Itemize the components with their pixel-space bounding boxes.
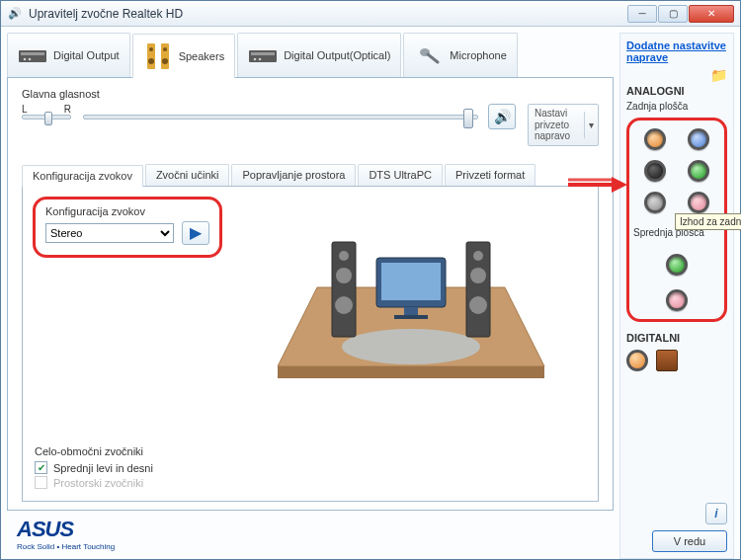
ok-label: V redu	[674, 535, 705, 547]
jack-side-out[interactable]	[644, 192, 666, 213]
jack-front-headphone[interactable]	[666, 254, 688, 276]
svg-point-8	[163, 47, 167, 51]
svg-point-24	[336, 268, 352, 283]
info-button[interactable]: i	[705, 503, 727, 524]
svg-rect-20	[404, 307, 418, 315]
jack-digital-coax[interactable]	[626, 350, 648, 371]
chevron-down-icon[interactable]: ▾	[584, 112, 598, 139]
connector-panel: Dodatne nastavitve naprave 📁 ANALOGNI Za…	[619, 33, 734, 559]
volume-slider[interactable]	[83, 115, 478, 120]
checkbox-label: Prostorski zvočniki	[53, 477, 143, 489]
tab-digital-output[interactable]: Digital Output	[7, 33, 130, 77]
ok-button[interactable]: V redu	[652, 530, 727, 552]
jack-rear-out[interactable]	[644, 160, 666, 182]
speaker-config-select[interactable]: Stereo	[45, 223, 174, 243]
tab-label: DTS UltraPC	[369, 169, 432, 181]
checkbox-checked-icon: ✔	[35, 461, 47, 474]
jack-front-out[interactable]	[688, 160, 709, 182]
tab-dts-ultrapc[interactable]: DTS UltraPC	[358, 164, 443, 186]
jack-mic-in[interactable]	[688, 192, 709, 213]
svg-rect-1	[21, 52, 44, 55]
tab-label: Digital Output(Optical)	[284, 49, 390, 61]
main-panel: Glavna glasnost LR 🔊 Nastavi privzeto na…	[7, 78, 614, 511]
svg-point-29	[469, 296, 487, 314]
tab-sound-effects[interactable]: Zvočni učinki	[145, 164, 230, 186]
checkbox-label: Sprednji levi in desni	[53, 462, 153, 474]
digital-title: DIGITALNI	[626, 332, 727, 344]
app-icon: 🔊	[7, 6, 23, 22]
jack-center-sub[interactable]	[644, 128, 666, 150]
tab-label: Konfiguracija zvokov	[33, 170, 132, 182]
asus-logo: ASUS	[17, 517, 115, 542]
svg-point-28	[470, 268, 486, 283]
set-default-device-button[interactable]: Nastavi privzeto napravo ▾	[528, 104, 599, 146]
svg-point-12	[254, 58, 257, 61]
svg-point-6	[149, 47, 153, 51]
svg-point-2	[24, 58, 27, 61]
close-button[interactable]: ✕	[689, 5, 734, 23]
tab-default-format[interactable]: Privzeti format	[445, 164, 535, 186]
tab-speakers[interactable]: Speakers	[132, 34, 235, 78]
tab-label: Privzeti format	[455, 169, 525, 181]
device-tabs: Digital Output Speakers Digital Output(O…	[7, 33, 614, 78]
tab-microphone[interactable]: Microphone	[403, 33, 517, 77]
svg-point-17	[342, 329, 480, 364]
svg-point-25	[335, 296, 353, 314]
svg-point-3	[29, 58, 32, 61]
jack-front-mic[interactable]	[666, 289, 688, 311]
svg-marker-31	[612, 177, 627, 193]
jack-digital-optical[interactable]	[656, 350, 678, 371]
config-panel: Konfiguracija zvokov Stereo ▶	[22, 187, 599, 503]
main-volume-label: Glavna glasnost	[22, 88, 599, 100]
back-panel-label: Zadnja plošča	[626, 101, 727, 112]
jack-line-in[interactable]	[688, 128, 709, 150]
annotation-arrow-icon	[566, 174, 627, 196]
balance-control: LR	[22, 104, 71, 120]
tab-label: Popravljanje prostora	[242, 169, 345, 181]
mute-button[interactable]: 🔊	[488, 104, 516, 129]
speaker-layout-illustration	[230, 193, 592, 423]
fullrange-front-checkbox[interactable]: ✔ Sprednji levi in desni	[35, 461, 153, 474]
extra-device-settings-link[interactable]: Dodatne nastavitve naprave	[626, 40, 727, 63]
tab-label: Digital Output	[53, 49, 120, 61]
window-title: Upravitelj zvočne Realtek HD	[29, 7, 627, 21]
app-window: 🔊 Upravitelj zvočne Realtek HD ─ ▢ ✕ Dig…	[0, 0, 741, 560]
volume-thumb[interactable]	[463, 109, 473, 128]
svg-rect-0	[19, 50, 46, 62]
svg-point-23	[339, 251, 349, 261]
play-icon: ▶	[190, 223, 202, 242]
speaker-config-label: Konfiguracija zvokov	[45, 205, 209, 217]
svg-rect-21	[394, 315, 428, 319]
speaker-config-highlight: Konfiguracija zvokov Stereo ▶	[33, 197, 222, 258]
tab-speaker-config[interactable]: Konfiguracija zvokov	[22, 165, 143, 187]
tab-digital-output-optical[interactable]: Digital Output(Optical)	[237, 33, 401, 77]
svg-marker-16	[278, 366, 544, 378]
svg-rect-4	[147, 43, 155, 69]
tab-label: Speakers	[179, 50, 224, 62]
balance-slider[interactable]	[22, 115, 71, 120]
speaker-icon: 🔊	[494, 109, 511, 124]
svg-point-7	[148, 58, 154, 64]
window-buttons: ─ ▢ ✕	[627, 5, 734, 23]
analog-title: ANALOGNI	[626, 85, 727, 97]
svg-point-9	[162, 58, 168, 64]
speakers-icon	[143, 43, 173, 69]
asus-tagline: Rock Solid • Heart Touching	[17, 542, 115, 551]
footer: ASUS Rock Solid • Heart Touching	[7, 511, 614, 559]
test-play-button[interactable]: ▶	[182, 221, 209, 245]
titlebar: 🔊 Upravitelj zvočne Realtek HD ─ ▢ ✕	[1, 1, 740, 27]
balance-left-label: L	[22, 104, 28, 115]
amplifier-icon	[248, 42, 278, 68]
tab-room-correction[interactable]: Popravljanje prostora	[231, 164, 356, 186]
minimize-button[interactable]: ─	[627, 5, 657, 23]
balance-thumb[interactable]	[44, 112, 52, 125]
svg-rect-11	[251, 52, 275, 55]
tab-label: Microphone	[450, 49, 506, 61]
microphone-icon	[414, 42, 444, 68]
config-tabs: Konfiguracija zvokov Zvočni učinki Popra…	[22, 164, 599, 187]
folder-icon[interactable]: 📁	[710, 67, 727, 83]
svg-rect-10	[249, 50, 277, 62]
maximize-button[interactable]: ▢	[658, 5, 688, 23]
svg-point-27	[473, 251, 483, 261]
set-default-label: Nastavi privzeto napravo	[529, 105, 584, 145]
